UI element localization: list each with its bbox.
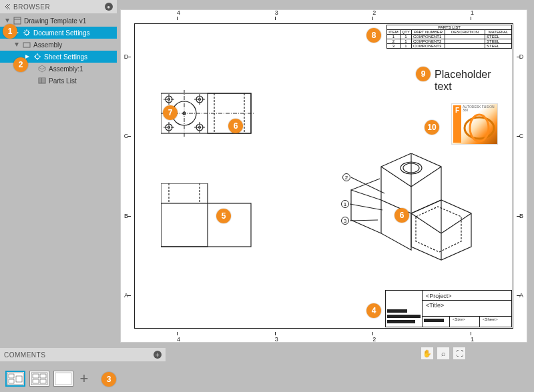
annotation-callout: 10 (425, 120, 439, 135)
annotation-callout: 7 (163, 105, 178, 120)
annotation-callout: 6 (394, 208, 409, 223)
product-name: AUTODESK FUSION 360 (463, 105, 496, 112)
ruler-bottom: 4 3 2 1 (136, 332, 512, 341)
svg-point-43 (470, 115, 489, 141)
ruler-left: D C B A (121, 23, 131, 329)
tree-item-label: Assembly (33, 41, 62, 49)
parts-list-table[interactable]: PARTS LIST ITEM QTY PART NUMBER DESCRIPT… (386, 25, 512, 49)
tree-item-template[interactable]: Drawing Template v1 (0, 15, 117, 27)
table-header: QTY (400, 30, 411, 35)
expand-arrow-icon[interactable] (13, 41, 20, 48)
tree-item-label: Document Settings (33, 29, 90, 37)
comments-title: COMMENTS (4, 351, 45, 359)
ruler-tick: D (121, 53, 131, 60)
svg-line-39 (351, 177, 384, 193)
table-header: PART NUMBER (412, 30, 445, 35)
annotation-callout: 9 (416, 67, 431, 81)
title-block-title: <Title> (426, 302, 444, 309)
expand-arrow-icon[interactable] (4, 17, 11, 24)
tree-item-label: Parts List (49, 77, 77, 85)
assembly-icon (22, 40, 31, 49)
placeholder-text[interactable]: Placeholder text (435, 69, 491, 93)
comments-header[interactable]: COMMENTS + (0, 348, 166, 361)
tree-item-assembly[interactable]: Assembly (0, 39, 117, 51)
ruler-tick: A (517, 292, 526, 299)
annotation-callout: 6 (228, 119, 243, 133)
ruler-tick: B (517, 213, 526, 219)
table-row: 31COMPONENT3STEEL (387, 44, 512, 49)
title-block-sheet: <Sheet> (483, 317, 498, 321)
title-block-size: <Size> (453, 317, 465, 321)
tree-item-parts-list[interactable]: Parts List (0, 75, 117, 87)
zoom-window-button[interactable]: ⌕ (437, 347, 450, 360)
sheet-thumb[interactable] (53, 371, 73, 387)
title-block-project: <Project> (426, 293, 452, 299)
ruler-tick: C (121, 133, 131, 139)
table-header: DESCRIPTION (445, 30, 485, 35)
annotation-callout: 1 (3, 24, 17, 39)
table-row: 11COMPONENT1STEEL (387, 35, 512, 39)
view-nav-controls: ✋ ⌕ ⛶ (421, 347, 466, 360)
tree-item-label: Drawing Template v1 (24, 17, 86, 25)
ruler-tick: D (517, 53, 526, 60)
ruler-tick: C (517, 133, 526, 139)
pan-button[interactable]: ✋ (421, 347, 434, 360)
svg-rect-3 (23, 43, 30, 47)
svg-point-4 (35, 55, 39, 59)
tree-item-label: Sheet Settings (44, 53, 87, 61)
svg-rect-0 (14, 17, 21, 24)
annotation-callout: 5 (216, 209, 231, 223)
ruler-tick: B (121, 213, 131, 219)
svg-rect-33 (161, 183, 208, 247)
svg-rect-48 (31, 373, 47, 385)
add-comment-icon[interactable]: + (154, 351, 162, 359)
svg-rect-5 (39, 78, 45, 83)
table-icon (37, 76, 47, 85)
svg-line-40 (350, 204, 382, 210)
ruler-top: 4 3 2 1 (136, 11, 512, 20)
collapse-icon[interactable] (4, 3, 11, 10)
table-header: MATERIAL (485, 30, 512, 35)
annotation-callout: 4 (366, 303, 381, 318)
gear-icon (33, 52, 42, 61)
table-header: ITEM (387, 30, 400, 35)
document-icon (13, 16, 22, 25)
tree-item-label: Assembly:1 (49, 65, 83, 73)
title-block[interactable]: <Project> <Title> <Size> <Sheet> (385, 290, 512, 327)
sheet-tabs: + (5, 371, 91, 387)
browser-title: BROWSER (13, 3, 50, 11)
browser-header[interactable]: BROWSER ● (0, 0, 117, 13)
brand-badge: F (453, 105, 461, 143)
gear-icon (22, 28, 31, 37)
tree-item-doc-settings[interactable]: Document Settings (0, 27, 117, 39)
browser-panel: BROWSER ● Drawing Template v1 Document S… (0, 0, 117, 91)
drawing-view-front[interactable] (161, 183, 254, 250)
ruler-right: D C B A (517, 23, 526, 329)
drawing-canvas[interactable]: 4 3 2 1 4 3 2 1 D C B A D C B A (120, 9, 527, 343)
panel-options-icon[interactable]: ● (105, 3, 113, 11)
browser-tree: Drawing Template v1 Document Settings As… (0, 13, 117, 91)
table-row: 21COMPONENT2STEEL (387, 39, 512, 44)
sheet-thumb[interactable] (29, 371, 49, 387)
annotation-callout: 8 (366, 28, 381, 43)
annotation-callout: 3 (101, 372, 116, 387)
inserted-image[interactable]: F AUTODESK FUSION 360 (451, 103, 498, 145)
svg-line-41 (350, 220, 378, 221)
drawing-view-iso[interactable]: 2 1 3 (348, 153, 475, 267)
add-sheet-button[interactable]: + (77, 372, 91, 385)
svg-point-2 (25, 31, 29, 35)
annotation-callout: 2 (13, 57, 28, 72)
sheet-thumb[interactable] (5, 371, 25, 387)
component-icon (37, 64, 47, 73)
ruler-tick: A (121, 292, 131, 299)
svg-rect-34 (161, 203, 251, 247)
svg-rect-53 (55, 373, 71, 385)
svg-rect-44 (7, 373, 23, 385)
zoom-fit-button[interactable]: ⛶ (453, 347, 466, 360)
parts-list-title: PARTS LIST (387, 25, 512, 30)
